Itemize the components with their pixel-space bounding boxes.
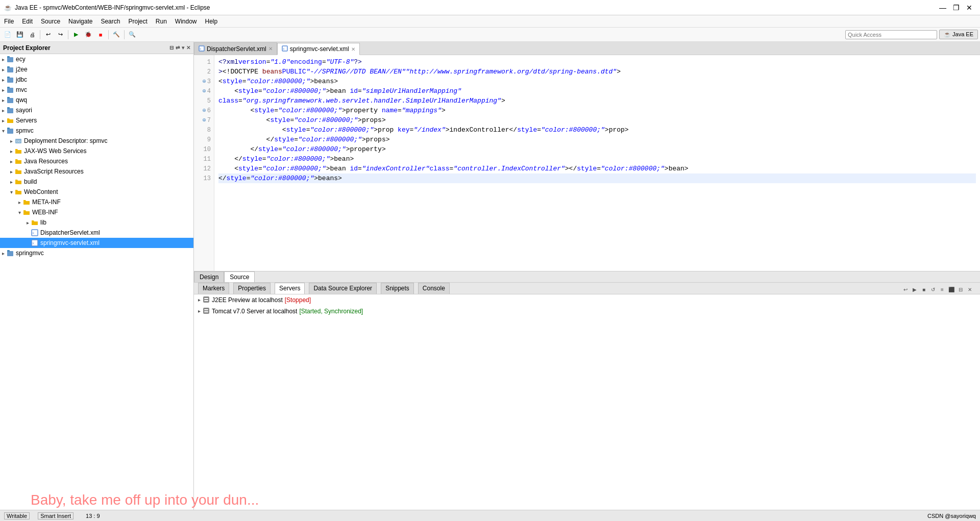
tree-arrow-javaresources: ▸ [8,159,14,164]
writable-status: Writable [4,512,30,519]
tree-item-jsresources[interactable]: ▸JavaScript Resources [0,166,193,177]
panel-tab-snippets[interactable]: Snippets [381,283,414,294]
toolbar-save-btn[interactable]: 💾 [14,29,26,40]
quick-access-input[interactable] [845,30,937,39]
tree-icon-dispatcherservlet: X [31,229,39,237]
svg-rect-13 [7,128,10,129]
tree-item-Servers[interactable]: ▸Servers [0,115,193,126]
minimize-button[interactable]: — [936,3,949,13]
panel-tab-properties[interactable]: Properties [233,283,271,294]
panel-tool-4[interactable]: ≡ [938,286,946,294]
panel-tab-markers[interactable]: Markers [198,283,229,294]
line-marker-4: ⊕ [203,87,206,95]
toolbar-search-btn[interactable]: 🔍 [127,29,138,40]
toolbar-redo-btn[interactable]: ↪ [55,29,66,40]
toolbar-print-btn[interactable]: 🖨 [27,29,38,40]
tree-arrow-webinf: ▾ [16,210,22,215]
code-area[interactable]: <?xml version="1.0" encoding="UTF-8" ?>>… [214,55,980,271]
panel-tool-2[interactable]: ■ [920,286,928,294]
menu-item-source[interactable]: Source [37,15,64,27]
editor-tabs: XDispatcherServlet.xml✕Xspringmvc-servle… [194,42,980,55]
panel-tool-3[interactable]: ↺ [929,286,937,294]
svg-text:X: X [32,232,34,235]
menu-item-file[interactable]: File [0,15,18,27]
svg-rect-8 [7,98,13,103]
tab-close-dispatcher[interactable]: ✕ [268,46,273,52]
server-arrow-tomcat: ▸ [198,308,201,314]
toolbar-sep-4 [124,30,125,39]
design-source-tab-source[interactable]: Source [224,271,255,282]
collapse-all-icon[interactable]: ⊟ [169,45,174,51]
tree-item-sayori[interactable]: ▸sayori [0,105,193,115]
panel-tab-console[interactable]: Console [418,283,450,294]
menu-item-navigate[interactable]: Navigate [64,15,96,27]
menu-item-project[interactable]: Project [124,15,151,27]
panel-tool-5[interactable]: ⬛ [947,286,955,294]
server-item-j2ee-preview[interactable]: ▸J2EE Preview at localhost [Stopped] [194,294,980,306]
editor-content[interactable]: 12⊕3⊕45⊕6⊕78910111213 <?xml version="1.0… [194,55,980,271]
menu-item-run[interactable]: Run [152,15,171,27]
tree-icon-springmvc [6,249,14,257]
toolbar-undo-btn[interactable]: ↩ [42,29,54,40]
svg-rect-1 [7,56,10,58]
view-menu-icon[interactable]: ▾ [182,45,184,51]
tree-icon-Servers [6,116,14,125]
tree-arrow-springmvc: ▸ [0,251,6,256]
tab-close-springmvc[interactable]: ✕ [351,46,355,52]
close-button[interactable]: ✕ [963,3,976,13]
tree-item-ecy[interactable]: ▸ecy [0,54,193,64]
toolbar-stop-btn[interactable]: ■ [95,29,106,40]
tree-label-qwq: qwq [16,96,27,104]
menu-item-search[interactable]: Search [96,15,124,27]
svg-rect-29 [203,308,209,314]
editor-tab-springmvc[interactable]: Xspringmvc-servlet.xml✕ [277,43,360,55]
tree-label-springmvcservlet: springmvc-servlet.xml [40,239,100,246]
line-num-5: 5 [194,96,214,106]
panel-tool-6[interactable]: ⊟ [957,286,965,294]
tree-item-jaxws[interactable]: ▸JAX-WS Web Services [0,146,193,156]
panel-tool-1[interactable]: ▶ [911,286,919,294]
maximize-button[interactable]: ❐ [949,3,963,13]
tree-item-dispatcherservlet[interactable]: XDispatcherServlet.xml [0,228,193,238]
toolbar-new-btn[interactable]: 📄 [2,29,13,40]
tree-item-webcontent[interactable]: ▾WebContent [0,187,193,197]
menu-item-edit[interactable]: Edit [18,15,37,27]
tree-item-build[interactable]: ▸build [0,177,193,187]
editor-tab-dispatcher[interactable]: XDispatcherServlet.xml✕ [194,42,277,55]
tree-item-j2ee[interactable]: ▸j2ee [0,64,193,75]
tree-item-jdbc[interactable]: ▸jdbc [0,75,193,85]
tree-icon-javaresources [14,157,22,165]
server-item-tomcat[interactable]: ▸Tomcat v7.0 Server at localhost [Starte… [194,306,980,317]
toolbar-debug-btn[interactable]: 🐞 [83,29,94,40]
menu-item-help[interactable]: Help [201,15,222,27]
tree-item-spmvc[interactable]: ▾spmvc [0,126,193,136]
code-line-8: <style="color:#800000;">prop key="/index… [218,125,976,135]
perspective-button[interactable]: ☕ Java EE [939,30,978,39]
design-source-tab-design[interactable]: Design [194,271,224,282]
panel-tool-7[interactable]: ✕ [966,286,974,294]
tree-item-deployment[interactable]: ▸DDDeployment Descriptor: spmvc [0,136,193,146]
panel-tab-data-source-explorer[interactable]: Data Source Explorer [309,283,377,294]
panel-tab-servers[interactable]: Servers [275,283,305,294]
tree-item-webinf[interactable]: ▾WEB-INF [0,207,193,217]
tree-item-javaresources[interactable]: ▸Java Resources [0,156,193,166]
tree-item-lib[interactable]: ▸lib [0,217,193,228]
link-with-editor-icon[interactable]: ⇄ [176,45,180,51]
tree-icon-ecy [6,55,14,63]
close-explorer-icon[interactable]: ✕ [186,45,190,51]
tree-item-metainf[interactable]: ▸META-INF [0,197,193,207]
panel-tool-0[interactable]: ↩ [901,286,910,294]
menu-item-window[interactable]: Window [171,15,201,27]
tree-label-lib: lib [40,219,46,226]
server-label-tomcat: Tomcat v7.0 Server at localhost [212,308,297,315]
tree-item-springmvcservlet[interactable]: Xspringmvc-servlet.xml [0,238,193,248]
toolbar-run-btn[interactable]: ▶ [70,29,82,40]
tree-icon-webinf [22,208,31,216]
tree-item-mvc[interactable]: ▸mvc [0,85,193,95]
tree-icon-metainf [22,198,31,206]
toolbar-build-btn[interactable]: 🔨 [111,29,122,40]
tree-item-springmvc[interactable]: ▸springmvc [0,248,193,258]
tree-item-qwq[interactable]: ▸qwq [0,95,193,105]
svg-rect-30 [204,309,208,310]
server-icon-tomcat [203,307,210,315]
